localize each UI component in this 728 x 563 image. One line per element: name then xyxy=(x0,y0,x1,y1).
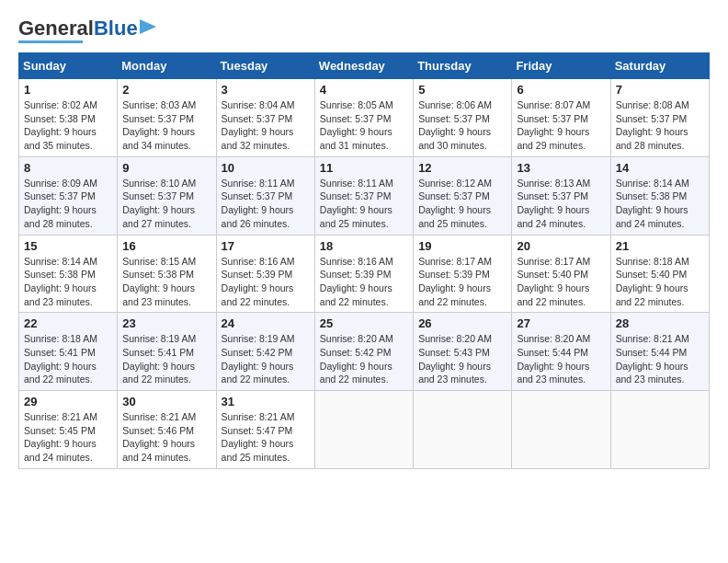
calendar-header-tuesday: Tuesday xyxy=(216,53,314,79)
day-number: 23 xyxy=(122,316,210,330)
logo-underline xyxy=(18,40,83,43)
calendar-header-friday: Friday xyxy=(512,53,610,79)
calendar-cell: 14 Sunrise: 8:14 AMSunset: 5:38 PMDaylig… xyxy=(610,156,709,235)
day-info: Sunrise: 8:21 AMSunset: 5:45 PMDaylight:… xyxy=(24,411,97,463)
calendar-header-saturday: Saturday xyxy=(610,53,709,79)
day-info: Sunrise: 8:19 AMSunset: 5:41 PMDaylight:… xyxy=(122,333,196,385)
day-number: 27 xyxy=(517,316,605,330)
calendar-header-thursday: Thursday xyxy=(414,53,512,79)
day-info: Sunrise: 8:21 AMSunset: 5:44 PMDaylight:… xyxy=(616,333,689,385)
logo-arrow-icon xyxy=(140,17,158,36)
day-info: Sunrise: 8:13 AMSunset: 5:37 PMDaylight:… xyxy=(517,178,590,229)
calendar-week-row: 15 Sunrise: 8:14 AMSunset: 5:38 PMDaylig… xyxy=(19,235,710,313)
calendar-cell: 11 Sunrise: 8:11 AMSunset: 5:37 PMDaylig… xyxy=(314,156,413,235)
calendar-cell: 29 Sunrise: 8:21 AMSunset: 5:45 PMDaylig… xyxy=(19,391,118,469)
calendar-cell: 27 Sunrise: 8:20 AMSunset: 5:44 PMDaylig… xyxy=(512,313,610,391)
page-header: GeneralBlue xyxy=(18,18,710,43)
day-number: 25 xyxy=(320,316,408,330)
calendar-cell: 30 Sunrise: 8:21 AMSunset: 5:46 PMDaylig… xyxy=(118,391,216,469)
day-info: Sunrise: 8:11 AMSunset: 5:37 PMDaylight:… xyxy=(222,178,295,229)
calendar-week-row: 1 Sunrise: 8:02 AMSunset: 5:38 PMDayligh… xyxy=(19,79,710,157)
day-number: 16 xyxy=(122,239,210,253)
day-info: Sunrise: 8:16 AMSunset: 5:39 PMDaylight:… xyxy=(320,256,393,307)
day-info: Sunrise: 8:20 AMSunset: 5:44 PMDaylight:… xyxy=(517,333,590,385)
day-number: 8 xyxy=(24,161,112,175)
day-number: 1 xyxy=(24,83,112,97)
calendar-cell: 31 Sunrise: 8:21 AMSunset: 5:47 PMDaylig… xyxy=(216,391,314,469)
logo-text: GeneralBlue xyxy=(18,18,138,39)
day-number: 5 xyxy=(418,83,506,97)
calendar-cell: 26 Sunrise: 8:20 AMSunset: 5:43 PMDaylig… xyxy=(414,313,512,391)
calendar-cell xyxy=(610,391,709,469)
calendar-cell: 2 Sunrise: 8:03 AMSunset: 5:37 PMDayligh… xyxy=(118,79,216,157)
day-number: 20 xyxy=(517,239,605,253)
calendar-cell: 10 Sunrise: 8:11 AMSunset: 5:37 PMDaylig… xyxy=(216,156,314,235)
day-number: 31 xyxy=(222,395,310,408)
calendar-cell: 15 Sunrise: 8:14 AMSunset: 5:38 PMDaylig… xyxy=(19,235,118,313)
day-number: 22 xyxy=(24,316,112,330)
calendar-cell: 8 Sunrise: 8:09 AMSunset: 5:37 PMDayligh… xyxy=(19,156,118,235)
day-number: 11 xyxy=(320,161,408,175)
day-number: 10 xyxy=(222,161,310,175)
calendar-header-sunday: Sunday xyxy=(19,53,118,79)
calendar-cell: 3 Sunrise: 8:04 AMSunset: 5:37 PMDayligh… xyxy=(216,79,314,157)
calendar-cell: 12 Sunrise: 8:12 AMSunset: 5:37 PMDaylig… xyxy=(414,156,512,235)
day-number: 12 xyxy=(418,161,506,175)
day-number: 9 xyxy=(122,161,210,175)
calendar-cell: 7 Sunrise: 8:08 AMSunset: 5:37 PMDayligh… xyxy=(610,79,709,157)
day-info: Sunrise: 8:14 AMSunset: 5:38 PMDaylight:… xyxy=(616,178,689,229)
day-info: Sunrise: 8:14 AMSunset: 5:38 PMDaylight:… xyxy=(24,256,97,307)
day-number: 21 xyxy=(616,239,704,253)
calendar-cell: 28 Sunrise: 8:21 AMSunset: 5:44 PMDaylig… xyxy=(610,313,709,391)
day-info: Sunrise: 8:18 AMSunset: 5:41 PMDaylight:… xyxy=(24,333,97,385)
day-number: 30 xyxy=(122,395,210,408)
calendar-cell: 5 Sunrise: 8:06 AMSunset: 5:37 PMDayligh… xyxy=(414,79,512,157)
calendar-cell: 4 Sunrise: 8:05 AMSunset: 5:37 PMDayligh… xyxy=(314,79,413,157)
calendar-cell: 21 Sunrise: 8:18 AMSunset: 5:40 PMDaylig… xyxy=(610,235,709,313)
calendar-cell: 23 Sunrise: 8:19 AMSunset: 5:41 PMDaylig… xyxy=(118,313,216,391)
day-number: 19 xyxy=(418,239,506,253)
day-info: Sunrise: 8:19 AMSunset: 5:42 PMDaylight:… xyxy=(222,333,295,385)
calendar-cell: 1 Sunrise: 8:02 AMSunset: 5:38 PMDayligh… xyxy=(19,79,118,157)
day-number: 24 xyxy=(222,316,310,330)
calendar-cell xyxy=(512,391,610,469)
calendar-cell: 18 Sunrise: 8:16 AMSunset: 5:39 PMDaylig… xyxy=(314,235,413,313)
day-info: Sunrise: 8:02 AMSunset: 5:38 PMDaylight:… xyxy=(24,99,97,151)
day-info: Sunrise: 8:05 AMSunset: 5:37 PMDaylight:… xyxy=(320,99,393,151)
day-number: 2 xyxy=(122,83,210,97)
svg-marker-0 xyxy=(140,19,156,34)
calendar-week-row: 8 Sunrise: 8:09 AMSunset: 5:37 PMDayligh… xyxy=(19,156,710,235)
calendar-header-row: SundayMondayTuesdayWednesdayThursdayFrid… xyxy=(19,53,710,79)
day-info: Sunrise: 8:15 AMSunset: 5:38 PMDaylight:… xyxy=(122,256,196,307)
day-info: Sunrise: 8:12 AMSunset: 5:37 PMDaylight:… xyxy=(418,178,492,229)
day-number: 4 xyxy=(320,83,408,97)
day-info: Sunrise: 8:11 AMSunset: 5:37 PMDaylight:… xyxy=(320,178,393,229)
calendar-cell: 24 Sunrise: 8:19 AMSunset: 5:42 PMDaylig… xyxy=(216,313,314,391)
day-info: Sunrise: 8:20 AMSunset: 5:43 PMDaylight:… xyxy=(418,333,492,385)
calendar-week-row: 29 Sunrise: 8:21 AMSunset: 5:45 PMDaylig… xyxy=(19,391,710,469)
day-number: 7 xyxy=(616,83,704,97)
day-number: 15 xyxy=(24,239,112,253)
day-info: Sunrise: 8:16 AMSunset: 5:39 PMDaylight:… xyxy=(222,256,295,307)
day-info: Sunrise: 8:20 AMSunset: 5:42 PMDaylight:… xyxy=(320,333,393,385)
calendar-cell: 25 Sunrise: 8:20 AMSunset: 5:42 PMDaylig… xyxy=(314,313,413,391)
calendar-cell: 6 Sunrise: 8:07 AMSunset: 5:37 PMDayligh… xyxy=(512,79,610,157)
day-info: Sunrise: 8:09 AMSunset: 5:37 PMDaylight:… xyxy=(24,178,97,229)
day-info: Sunrise: 8:04 AMSunset: 5:37 PMDaylight:… xyxy=(222,99,295,151)
day-info: Sunrise: 8:21 AMSunset: 5:46 PMDaylight:… xyxy=(122,411,196,463)
day-info: Sunrise: 8:21 AMSunset: 5:47 PMDaylight:… xyxy=(222,411,295,463)
day-number: 29 xyxy=(24,395,112,408)
calendar-cell xyxy=(314,391,413,469)
calendar-cell: 20 Sunrise: 8:17 AMSunset: 5:40 PMDaylig… xyxy=(512,235,610,313)
logo: GeneralBlue xyxy=(18,18,158,43)
day-number: 18 xyxy=(320,239,408,253)
day-info: Sunrise: 8:17 AMSunset: 5:39 PMDaylight:… xyxy=(418,256,492,307)
day-info: Sunrise: 8:06 AMSunset: 5:37 PMDaylight:… xyxy=(418,99,492,151)
day-number: 26 xyxy=(418,316,506,330)
day-info: Sunrise: 8:17 AMSunset: 5:40 PMDaylight:… xyxy=(517,256,590,307)
day-number: 3 xyxy=(222,83,310,97)
day-number: 6 xyxy=(517,83,605,97)
calendar-header-wednesday: Wednesday xyxy=(314,53,413,79)
day-number: 17 xyxy=(222,239,310,253)
calendar-cell: 13 Sunrise: 8:13 AMSunset: 5:37 PMDaylig… xyxy=(512,156,610,235)
